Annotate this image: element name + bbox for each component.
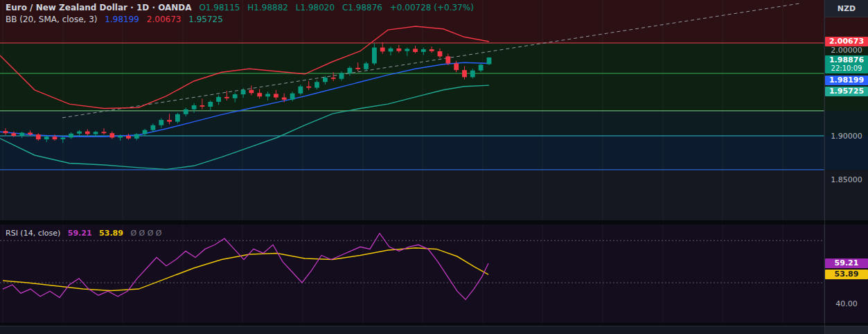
price-chart-canvas[interactable] xyxy=(0,0,868,220)
rsi-value: 59.21 xyxy=(68,229,92,238)
last-price-badge: 1.9887622:10:09 xyxy=(825,55,868,73)
symbol-title[interactable]: Euro / New Zealand Dollar · 1D · OANDA xyxy=(6,3,192,12)
axis-label: 1.85000 xyxy=(825,175,868,184)
bb-basis-badge: 1.98199 xyxy=(825,76,868,85)
bb-upper-value: 2.00673 xyxy=(147,15,181,24)
symbol-legend-row: Euro / New Zealand Dollar · 1D · OANDA O… xyxy=(6,2,479,14)
rsi-ma-value: 53.89 xyxy=(99,229,123,238)
axis-label: 1.90000 xyxy=(825,132,868,141)
axis-settings-corner[interactable] xyxy=(824,326,868,334)
price-axis[interactable]: NZD 2.000001.900001.8500040.002.006731.9… xyxy=(824,0,868,334)
rsi-pane-canvas[interactable] xyxy=(0,225,868,323)
bb-lower-value: 1.95725 xyxy=(188,15,223,24)
change-value: +0.00728 (+0.37%) xyxy=(390,3,474,12)
ohlc-open: O1.98115 xyxy=(199,3,240,12)
axis-label: 2.00000 xyxy=(825,46,868,55)
rsi-legend-row: RSI (14, close) 59.21 53.89 Ø Ø Ø Ø xyxy=(6,229,167,238)
bb-basis-value: 1.98199 xyxy=(105,15,139,24)
rsi-indicator-label[interactable]: RSI (14, close) xyxy=(6,229,60,238)
ohlc-low: L1.98020 xyxy=(296,3,335,12)
bb-indicator-label[interactable]: BB (20, SMA, close, 3) xyxy=(6,15,98,24)
ohlc-high: H1.98882 xyxy=(247,3,288,12)
time-axis[interactable] xyxy=(0,326,868,334)
bb-upper-badge: 2.00673 xyxy=(825,37,868,46)
rsi-value-badge: 59.21 xyxy=(825,258,868,268)
axis-label: 40.00 xyxy=(825,299,868,308)
bb-lower-badge: 1.95725 xyxy=(825,87,868,96)
bb-legend-row: BB (20, SMA, close, 3) 1.98199 2.00673 1… xyxy=(6,14,479,26)
rsi-hidden-values: Ø Ø Ø Ø xyxy=(130,229,161,238)
rsi-ma-badge: 53.89 xyxy=(825,270,868,279)
ohlc-close: C1.98876 xyxy=(342,3,382,12)
currency-axis-button[interactable]: NZD xyxy=(825,0,868,17)
chart-legend: Euro / New Zealand Dollar · 1D · OANDA O… xyxy=(6,2,479,26)
trading-chart-app: Euro / New Zealand Dollar · 1D · OANDA O… xyxy=(0,0,868,334)
